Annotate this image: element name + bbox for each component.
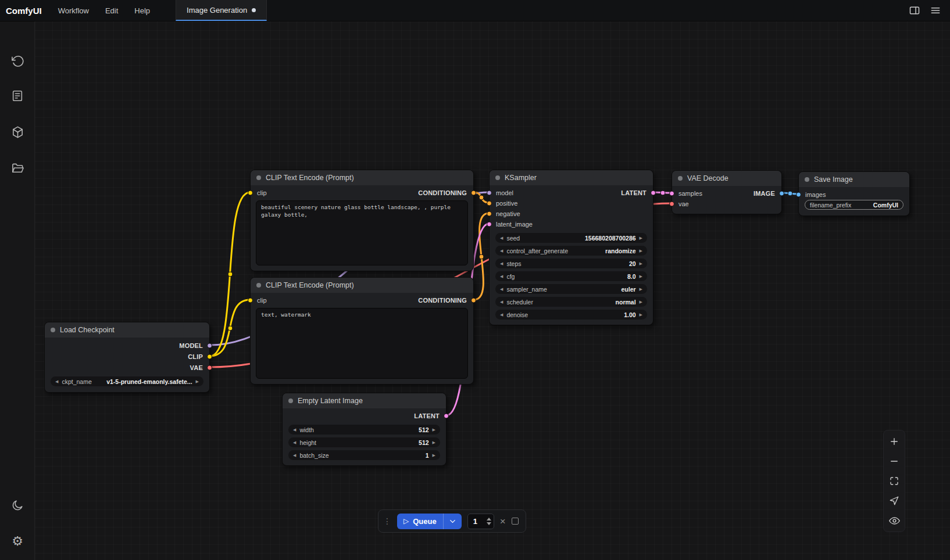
increment-arrow-icon[interactable]: ▶ <box>640 287 642 291</box>
increment-arrow-icon[interactable]: ▶ <box>640 249 642 253</box>
input-slot-vae[interactable] <box>669 202 674 207</box>
widget-cfg[interactable]: ◀ cfg 8.0 ▶ <box>495 271 647 281</box>
settings-gear-icon[interactable]: ⚙ <box>6 530 29 553</box>
decrement-arrow-icon[interactable]: ◀ <box>500 249 503 253</box>
input-slot-model[interactable] <box>487 191 492 196</box>
decrement-arrow-icon[interactable]: ◀ <box>500 236 503 240</box>
widget-denoise[interactable]: ◀ denoise 1.00 ▶ <box>495 310 647 320</box>
collapse-dot[interactable] <box>51 328 55 332</box>
hamburger-menu-icon[interactable] <box>927 2 944 19</box>
output-slot-vae[interactable] <box>207 365 212 370</box>
collapse-dot[interactable] <box>288 399 293 403</box>
widget-scheduler[interactable]: ◀ scheduler normal ▶ <box>495 297 647 307</box>
drag-handle-icon[interactable]: ⋮ <box>383 516 391 526</box>
collapse-dot[interactable] <box>805 177 809 182</box>
menu-edit[interactable]: Edit <box>97 0 126 21</box>
increment-arrow-icon[interactable]: ▶ <box>196 379 199 383</box>
output-slot-conditioning[interactable] <box>471 298 476 303</box>
node-header[interactable]: VAE Decode <box>672 171 781 186</box>
decrement-arrow-icon[interactable]: ◀ <box>500 300 503 304</box>
output-slot-latent[interactable] <box>651 191 656 196</box>
input-slot-clip[interactable] <box>248 298 253 303</box>
node-ksampler[interactable]: KSampler model LATENT positive negative … <box>489 170 653 325</box>
model-library-icon[interactable] <box>6 120 29 143</box>
increment-arrow-icon[interactable]: ▶ <box>433 453 435 457</box>
menu-workflow[interactable]: Workflow <box>50 0 97 21</box>
input-slot-negative[interactable] <box>487 211 492 217</box>
widget-sampler-name[interactable]: ◀ sampler_name euler ▶ <box>495 284 647 294</box>
widget-width[interactable]: ◀ width 512 ▶ <box>288 425 440 435</box>
output-slot-image[interactable] <box>779 191 784 196</box>
batch-count-input[interactable]: 1 <box>467 514 494 529</box>
node-vae-decode[interactable]: VAE Decode samples IMAGE vae <box>672 170 782 214</box>
widget-height[interactable]: ◀ height 512 ▶ <box>288 437 440 447</box>
node-empty-latent-image[interactable]: Empty Latent Image LATENT ◀ width 512 ▶ … <box>282 393 447 466</box>
decrement-arrow-icon[interactable]: ◀ <box>500 313 503 317</box>
node-header[interactable]: CLIP Text Encode (Prompt) <box>251 170 473 185</box>
decrement-arrow-icon[interactable]: ◀ <box>500 261 503 265</box>
increment-arrow-icon[interactable]: ▶ <box>640 274 642 278</box>
tab-image-generation[interactable]: Image Generation <box>176 0 267 21</box>
increment-arrow-icon[interactable]: ▶ <box>640 261 642 265</box>
history-icon[interactable] <box>6 49 29 73</box>
decrement-arrow-icon[interactable]: ◀ <box>293 453 296 457</box>
decrement-arrow-icon[interactable]: ◀ <box>293 440 296 444</box>
input-slot-latent-image[interactable] <box>487 222 492 227</box>
output-slot-model[interactable] <box>207 343 212 348</box>
stop-icon[interactable] <box>512 518 519 525</box>
collapse-dot[interactable] <box>256 175 261 180</box>
node-load-checkpoint[interactable]: Load Checkpoint MODEL CLIP VAE ◀ ckpt_na… <box>44 322 210 393</box>
node-save-image[interactable]: Save Image images filename_prefix ComfyU… <box>798 171 910 216</box>
node-header[interactable]: Load Checkpoint <box>45 322 209 338</box>
decrement-arrow-icon[interactable]: ◀ <box>500 274 503 278</box>
decrement-arrow-icon[interactable]: ◀ <box>55 379 58 383</box>
output-label-clip: CLIP <box>188 353 203 360</box>
stepper-down-icon[interactable] <box>487 522 491 525</box>
input-slot-clip[interactable] <box>248 191 253 196</box>
workflows-folder-icon[interactable] <box>6 156 29 180</box>
widget-batch-size[interactable]: ◀ batch_size 1 ▶ <box>288 450 440 460</box>
collapse-dot[interactable] <box>256 283 261 288</box>
input-slot-positive[interactable] <box>487 201 492 206</box>
stepper-up-icon[interactable] <box>487 518 491 520</box>
output-slot-clip[interactable] <box>207 354 212 359</box>
widget-ckpt-name[interactable]: ◀ ckpt_name v1-5-pruned-emaonly.safete..… <box>51 376 203 386</box>
node-header[interactable]: CLIP Text Encode (Prompt) <box>251 278 473 293</box>
node-header[interactable]: Save Image <box>799 172 909 187</box>
output-slot-latent[interactable] <box>444 414 449 419</box>
menu-help[interactable]: Help <box>126 0 158 21</box>
decrement-arrow-icon[interactable]: ◀ <box>293 428 296 432</box>
toggle-link-visibility-button[interactable] <box>884 511 904 530</box>
node-header[interactable]: Empty Latent Image <box>283 393 446 408</box>
widget-filename-prefix[interactable]: filename_prefix ComfyUI <box>805 200 903 210</box>
zoom-out-button[interactable] <box>884 451 904 471</box>
queue-button[interactable]: ▷ Queue <box>397 514 462 529</box>
collapse-dot[interactable] <box>678 176 683 181</box>
select-mode-button[interactable] <box>884 491 904 511</box>
theme-moon-icon[interactable] <box>6 494 29 517</box>
collapse-dot[interactable] <box>495 175 500 180</box>
widget-seed[interactable]: ◀ seed 156680208700286 ▶ <box>495 233 647 243</box>
increment-arrow-icon[interactable]: ▶ <box>640 300 642 304</box>
increment-arrow-icon[interactable]: ▶ <box>433 440 435 444</box>
output-slot-conditioning[interactable] <box>471 191 476 196</box>
widget-control-after-generate[interactable]: ◀ control_after_generate randomize ▶ <box>495 246 647 256</box>
prompt-textarea[interactable]: text, watermark <box>256 308 468 379</box>
node-clip-text-encode-negative[interactable]: CLIP Text Encode (Prompt) clip CONDITION… <box>250 277 474 385</box>
prompt-textarea[interactable]: beautiful scenery nature glass bottle la… <box>256 200 468 265</box>
increment-arrow-icon[interactable]: ▶ <box>640 313 642 317</box>
increment-arrow-icon[interactable]: ▶ <box>640 236 642 240</box>
widget-steps[interactable]: ◀ steps 20 ▶ <box>495 259 647 268</box>
queue-options-chevron-icon[interactable] <box>443 514 462 529</box>
decrement-arrow-icon[interactable]: ◀ <box>500 287 503 291</box>
clear-queue-icon[interactable]: × <box>500 516 506 526</box>
node-clip-text-encode-positive[interactable]: CLIP Text Encode (Prompt) clip CONDITION… <box>250 170 474 271</box>
fit-view-button[interactable] <box>884 471 904 491</box>
zoom-in-button[interactable] <box>884 432 904 451</box>
increment-arrow-icon[interactable]: ▶ <box>433 428 435 432</box>
node-library-icon[interactable] <box>6 84 29 107</box>
panel-toggle-icon[interactable] <box>906 2 923 19</box>
node-header[interactable]: KSampler <box>490 170 653 185</box>
input-slot-images[interactable] <box>796 192 801 198</box>
input-slot-samples[interactable] <box>669 191 674 196</box>
